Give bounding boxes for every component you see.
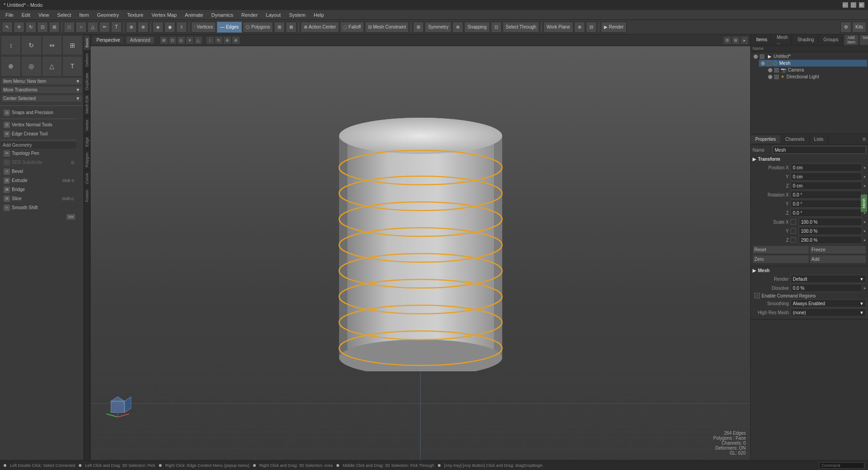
tab-mesh-edit[interactable]: Mesh Edit [84, 92, 90, 116]
scale-z-value[interactable]: 290.0 % [799, 236, 862, 244]
scale-y-value[interactable]: 100.0 % [799, 227, 862, 235]
reset-btn[interactable]: Reset [753, 245, 809, 254]
tool-mode2[interactable]: ◉ [164, 22, 175, 33]
pos-x-arrow[interactable]: ▸ [864, 165, 866, 170]
rot-y-value[interactable]: 0.0 ° [791, 200, 862, 208]
vertex-normal-tools-btn[interactable]: ⊡ Vertex Normal Tools [1, 120, 76, 129]
minimize-btn[interactable]: ─ [843, 2, 848, 8]
tree-item-untitled[interactable]: ▶ Untitled* [752, 53, 867, 60]
scale-z-arrow[interactable]: ▸ [864, 238, 866, 242]
tool-scale-btn[interactable]: ⊡ [37, 22, 48, 33]
menu-geometry[interactable]: Geometry [93, 11, 122, 19]
snaps-precision-btn[interactable]: ◎ Snaps and Precision [1, 108, 76, 117]
bevel-btn[interactable]: ⌗ Bevel [1, 167, 76, 176]
viewport-3d[interactable]: 264 Edges Polygons : Face Channels: 0 De… [91, 46, 750, 460]
add-item-btn[interactable]: Add Item [844, 34, 858, 45]
scale-tool[interactable]: ⇔ [42, 35, 62, 55]
vp-icon-zoom[interactable]: ⊗ [232, 36, 240, 44]
tab-basic[interactable]: Basic [84, 34, 90, 50]
center-selected-dropdown[interactable]: Center Selected ▼ [1, 95, 82, 102]
tree-item-mesh[interactable]: ⬡ Mesh [759, 60, 867, 67]
tab-edge[interactable]: Edge [84, 134, 90, 149]
tab-duplicate[interactable]: Duplicate [84, 70, 90, 93]
tool-move-btn[interactable]: ✛ [14, 22, 24, 33]
menu-file[interactable]: File [2, 11, 17, 19]
vp-icon-maximize[interactable]: ⊞ [732, 36, 740, 44]
move-tool[interactable]: ↕ [1, 35, 21, 55]
tool-rect-btn[interactable]: □ [64, 22, 75, 33]
menu-edit[interactable]: Edit [18, 11, 34, 19]
high-res-mesh-dropdown[interactable]: (none) ▼ [791, 308, 866, 317]
tool-rotate-btn[interactable]: ↻ [25, 22, 36, 33]
zero-btn[interactable]: Zero [753, 255, 809, 264]
command-input[interactable] [819, 462, 864, 469]
tool-select-btn[interactable]: ↖ [2, 22, 13, 33]
tab-fusion[interactable]: Fusion [84, 187, 90, 205]
channels-tab[interactable]: Channels [781, 135, 810, 143]
pos-z-value[interactable]: 0 cm [791, 182, 862, 190]
menu-system[interactable]: System [285, 11, 309, 19]
tool-mode3[interactable]: ◊ [176, 22, 187, 33]
tool-circle-btn[interactable]: ○ [76, 22, 86, 33]
rotate-tool[interactable]: ↻ [21, 35, 41, 55]
vp-icon-settings[interactable]: ⚙ [723, 36, 731, 44]
eye-untitled[interactable] [753, 54, 758, 59]
advanced-tab[interactable]: Advanced [126, 36, 154, 44]
lock-camera[interactable] [774, 68, 779, 72]
rot-x-value[interactable]: 0.0 ° [791, 191, 862, 199]
menu-texture[interactable]: Texture [124, 11, 147, 19]
vp-icon-light[interactable]: ☀ [186, 36, 194, 44]
vp-icon-fit[interactable]: ⊕ [223, 36, 231, 44]
falloff-btn[interactable]: ◌ Falloff [340, 22, 364, 33]
select-btn[interactable]: Select [859, 34, 868, 45]
tool-text-btn[interactable]: T [111, 22, 122, 33]
kits-icon[interactable]: ⚙ [840, 22, 851, 33]
render-dropdown[interactable]: Default ▼ [791, 275, 866, 283]
sym-icon[interactable]: ⊞ [413, 22, 424, 33]
vp-icon-rotate[interactable]: ↻ [215, 36, 223, 44]
vertices-btn[interactable]: · Vertices [191, 22, 216, 33]
lock-light[interactable] [774, 75, 779, 79]
prop-icons[interactable]: ⚙ [860, 135, 868, 143]
rot-z-value[interactable]: 0.0 ° [791, 209, 862, 217]
close-btn[interactable]: ✕ [859, 2, 864, 8]
select-through-btn[interactable]: Select Through [503, 22, 540, 33]
vp-icon-grid[interactable]: ⊞ [160, 36, 168, 44]
menu-layout[interactable]: Layout [262, 11, 284, 19]
menu-view[interactable]: View [35, 11, 53, 19]
scale-x-value[interactable]: 100.0 % [799, 218, 862, 226]
render-btn[interactable]: ▶ Render [601, 22, 627, 33]
vp-icon-more[interactable]: ▸ [740, 36, 748, 44]
menu-select[interactable]: Select [53, 11, 75, 19]
mesh-side-tab[interactable]: Mesh [861, 195, 867, 212]
tool-poly-btn[interactable]: △ [87, 22, 98, 33]
text-tool[interactable]: T [62, 56, 82, 76]
tree-item-light[interactable]: ☀ Directional Light [766, 73, 867, 80]
add-btn[interactable]: Add [810, 255, 866, 264]
lists-tab[interactable]: Lists [810, 135, 829, 143]
tab-vertex[interactable]: Vertex [84, 116, 90, 134]
maximize-btn[interactable]: □ [851, 2, 856, 8]
scale-z-lock[interactable] [791, 237, 796, 243]
groups-tab[interactable]: Groups [820, 36, 843, 43]
select-extra2[interactable]: ⊠ [286, 22, 297, 33]
edges-btn[interactable]: — Edges [217, 22, 242, 33]
freeze-btn[interactable]: Freeze [810, 245, 866, 254]
window-controls[interactable]: ─ □ ✕ [843, 2, 864, 8]
perspective-tab[interactable]: Perspective [92, 36, 124, 44]
items-tab[interactable]: Items [753, 36, 771, 43]
eye-mesh[interactable] [761, 61, 765, 66]
shading-tab[interactable]: Shading [794, 36, 818, 43]
lock-mesh[interactable] [767, 61, 772, 66]
navigation-cube[interactable] [104, 392, 131, 419]
slice-btn[interactable]: ⊘ Slice Shift-C [1, 194, 76, 203]
pos-z-arrow[interactable]: ▸ [864, 183, 866, 188]
vp-icon-move[interactable]: ↕ [206, 36, 214, 44]
vp-icon-persp[interactable]: ⊡ [168, 36, 177, 44]
tool-mode1[interactable]: ◈ [153, 22, 163, 33]
properties-tab[interactable]: Properties [751, 135, 781, 143]
snap-icon[interactable]: ⊕ [452, 22, 463, 33]
menu-animate[interactable]: Animate [181, 11, 206, 19]
pos-tool[interactable]: ⊕ [1, 56, 21, 76]
edge-crease-btn[interactable]: ≋ Edge Crease Tool [1, 129, 76, 139]
